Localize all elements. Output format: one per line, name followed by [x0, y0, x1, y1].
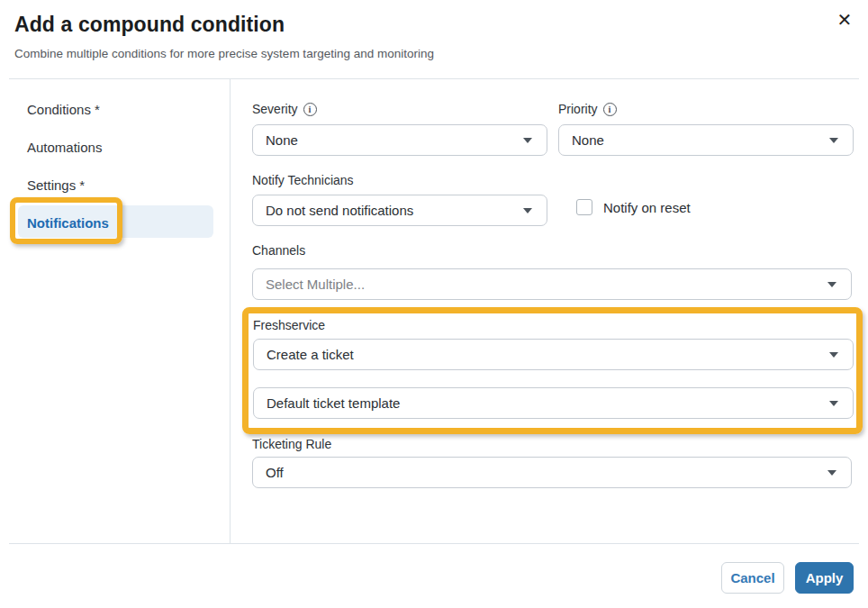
- chevron-down-icon: [829, 352, 838, 358]
- ticketing-rule-label-text: Ticketing Rule: [252, 437, 331, 451]
- close-icon: ✕: [837, 10, 853, 30]
- apply-button[interactable]: Apply: [795, 562, 854, 594]
- ticketing-rule-select[interactable]: Off: [252, 457, 852, 488]
- notify-technicians-value: Do not send notifications: [266, 203, 516, 218]
- info-icon-glyph: i: [609, 104, 611, 114]
- chevron-down-icon: [829, 401, 838, 406]
- channels-placeholder: Select Multiple...: [266, 277, 820, 292]
- notify-on-reset-row[interactable]: Notify on reset: [576, 199, 691, 215]
- dialog-subtitle: Combine multiple conditions for more pre…: [14, 47, 434, 60]
- sidebar-item-notifications[interactable]: Notifications: [27, 215, 109, 231]
- severity-select[interactable]: None: [252, 124, 547, 156]
- freshservice-action-value: Create a ticket: [267, 347, 822, 362]
- chevron-down-icon: [523, 208, 532, 213]
- notify-technicians-label: Notify Technicians: [252, 173, 354, 187]
- notify-on-reset-label: Notify on reset: [603, 200, 691, 215]
- notify-technicians-label-text: Notify Technicians: [252, 173, 354, 187]
- footer-divider: [9, 543, 859, 544]
- chevron-down-icon: [829, 138, 838, 143]
- channels-label-text: Channels: [252, 243, 305, 258]
- sidebar-item-automations[interactable]: Automations: [27, 140, 102, 155]
- page-title: Add a compound condition: [14, 13, 285, 37]
- freshservice-action-select[interactable]: Create a ticket: [253, 339, 854, 370]
- chevron-down-icon: [523, 138, 532, 143]
- sidebar-item-conditions[interactable]: Conditions *: [27, 102, 100, 117]
- freshservice-label-text: Freshservice: [253, 318, 325, 332]
- priority-label: Priority i: [558, 102, 617, 116]
- channels-label: Channels: [252, 243, 305, 258]
- notify-on-reset-checkbox[interactable]: [576, 199, 592, 215]
- severity-label: Severity i: [252, 102, 317, 116]
- ticketing-rule-label: Ticketing Rule: [252, 437, 331, 451]
- header-divider: [9, 78, 859, 79]
- freshservice-template-select[interactable]: Default ticket template: [253, 387, 854, 419]
- chevron-down-icon: [827, 470, 836, 476]
- priority-value: None: [572, 132, 822, 148]
- close-button[interactable]: ✕: [832, 7, 857, 32]
- cancel-button[interactable]: Cancel: [721, 562, 784, 594]
- info-icon: i: [303, 103, 317, 116]
- chevron-down-icon: [827, 282, 836, 287]
- panel-divider: [230, 79, 231, 543]
- info-icon: i: [603, 103, 617, 116]
- priority-label-text: Priority: [558, 102, 598, 116]
- notify-technicians-select[interactable]: Do not send notifications: [252, 195, 547, 226]
- sidebar-item-settings[interactable]: Settings *: [27, 177, 85, 193]
- info-icon-glyph: i: [309, 104, 312, 114]
- freshservice-label: Freshservice: [253, 318, 325, 332]
- add-compound-condition-dialog: Add a compound condition Combine multipl…: [0, 0, 868, 608]
- priority-select[interactable]: None: [558, 124, 854, 156]
- freshservice-template-value: Default ticket template: [267, 395, 822, 411]
- channels-select[interactable]: Select Multiple...: [252, 268, 852, 300]
- severity-value: None: [266, 132, 516, 148]
- ticketing-rule-value: Off: [266, 465, 820, 480]
- severity-label-text: Severity: [252, 102, 298, 116]
